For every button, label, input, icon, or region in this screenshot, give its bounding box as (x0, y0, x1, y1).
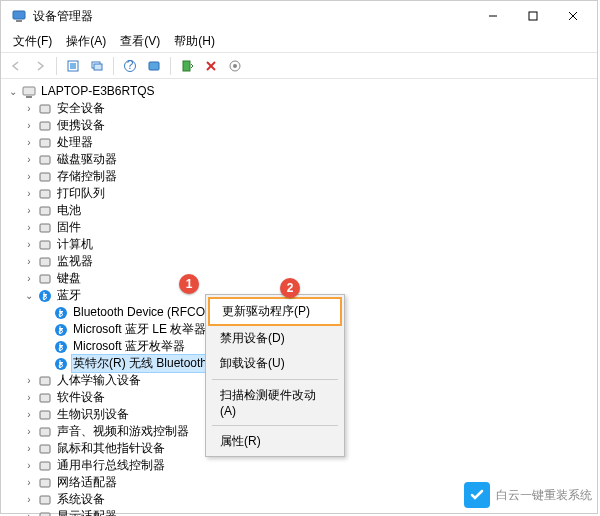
svg-rect-22 (40, 139, 50, 147)
collapse-icon[interactable]: ⌄ (23, 287, 35, 304)
menu-disable-device[interactable]: 禁用设备(D) (208, 326, 342, 351)
expand-icon[interactable]: › (23, 508, 35, 516)
device-icon (37, 237, 53, 253)
svg-rect-30 (40, 275, 50, 283)
tree-category[interactable]: ›键盘 (5, 270, 597, 287)
menu-action[interactable]: 操作(A) (60, 31, 112, 52)
svg-rect-18 (23, 87, 35, 95)
menu-uninstall-device[interactable]: 卸载设备(U) (208, 351, 342, 376)
tree-category[interactable]: ›通用串行总线控制器 (5, 457, 597, 474)
tree-category[interactable]: ›打印队列 (5, 185, 597, 202)
toolbar-btn[interactable] (62, 55, 84, 77)
tree-category[interactable]: ›计算机 (5, 236, 597, 253)
svg-rect-36 (40, 377, 50, 385)
device-icon (37, 118, 53, 134)
bluetooth-icon (53, 356, 69, 372)
expand-icon[interactable]: › (23, 474, 35, 491)
expand-icon[interactable]: › (23, 168, 35, 185)
svg-rect-29 (40, 258, 50, 266)
svg-rect-26 (40, 207, 50, 215)
svg-rect-0 (13, 11, 25, 19)
menu-view[interactable]: 查看(V) (114, 31, 166, 52)
menu-file[interactable]: 文件(F) (7, 31, 58, 52)
expand-icon[interactable]: › (23, 134, 35, 151)
device-icon (37, 101, 53, 117)
svg-rect-40 (40, 445, 50, 453)
device-icon (37, 390, 53, 406)
expand-icon[interactable]: › (23, 219, 35, 236)
annotation-badge-1: 1 (179, 274, 199, 294)
tree-category[interactable]: ›电池 (5, 202, 597, 219)
separator (113, 57, 114, 75)
tree-category[interactable]: ›存储控制器 (5, 168, 597, 185)
expand-icon[interactable]: › (23, 253, 35, 270)
device-icon (37, 254, 53, 270)
collapse-icon[interactable]: ⌄ (7, 83, 19, 100)
device-icon (37, 492, 53, 508)
uninstall-button[interactable] (200, 55, 222, 77)
maximize-button[interactable] (513, 4, 553, 28)
device-icon (37, 186, 53, 202)
device-icon (37, 509, 53, 517)
expand-icon[interactable]: › (23, 491, 35, 508)
device-icon (37, 475, 53, 491)
device-icon (37, 373, 53, 389)
menu-update-driver[interactable]: 更新驱动程序(P) (208, 297, 342, 326)
expand-icon[interactable]: › (23, 202, 35, 219)
tree-category[interactable]: ›磁盘驱动器 (5, 151, 597, 168)
device-icon (37, 271, 53, 287)
device-icon (37, 458, 53, 474)
toolbar-btn[interactable] (86, 55, 108, 77)
toolbar: ? (1, 53, 597, 79)
close-button[interactable] (553, 4, 593, 28)
svg-rect-21 (40, 122, 50, 130)
tree-category[interactable]: ›监视器 (5, 253, 597, 270)
svg-rect-42 (40, 479, 50, 487)
window-title: 设备管理器 (33, 8, 473, 25)
toolbar-btn[interactable] (143, 55, 165, 77)
svg-rect-38 (40, 411, 50, 419)
expand-icon[interactable]: › (23, 117, 35, 134)
watermark: 白云一键重装系统 (464, 482, 592, 508)
svg-rect-43 (40, 496, 50, 504)
expand-icon[interactable]: › (23, 151, 35, 168)
expand-icon[interactable]: › (23, 406, 35, 423)
svg-rect-44 (40, 513, 50, 517)
expand-icon[interactable]: › (23, 457, 35, 474)
svg-rect-13 (183, 61, 190, 71)
expand-icon[interactable]: › (23, 270, 35, 287)
scan-button[interactable] (176, 55, 198, 77)
menu-help[interactable]: 帮助(H) (168, 31, 221, 52)
expand-icon[interactable]: › (23, 440, 35, 457)
tree-category[interactable]: ›处理器 (5, 134, 597, 151)
expand-icon[interactable]: › (23, 236, 35, 253)
device-icon (37, 441, 53, 457)
expand-icon[interactable]: › (23, 423, 35, 440)
minimize-button[interactable] (473, 4, 513, 28)
menu-separator (212, 425, 338, 426)
annotation-badge-2: 2 (280, 278, 300, 298)
computer-icon (21, 84, 37, 100)
tree-category[interactable]: ›显示适配器 (5, 508, 597, 516)
tree-category[interactable]: ›安全设备 (5, 100, 597, 117)
menu-bar: 文件(F) 操作(A) 查看(V) 帮助(H) (1, 31, 597, 53)
expand-icon[interactable]: › (23, 185, 35, 202)
separator (56, 57, 57, 75)
help-button[interactable]: ? (119, 55, 141, 77)
expand-icon[interactable]: › (23, 372, 35, 389)
tree-category[interactable]: ›固件 (5, 219, 597, 236)
tree-root[interactable]: ⌄ LAPTOP-E3B6RTQS (5, 83, 597, 100)
device-icon (37, 220, 53, 236)
svg-rect-7 (70, 63, 76, 69)
tree-category[interactable]: ›便携设备 (5, 117, 597, 134)
expand-icon[interactable]: › (23, 100, 35, 117)
toolbar-btn[interactable] (224, 55, 246, 77)
title-bar: 设备管理器 (1, 1, 597, 31)
menu-scan-hardware[interactable]: 扫描检测硬件改动(A) (208, 383, 342, 422)
bluetooth-icon (53, 339, 69, 355)
context-menu: 更新驱动程序(P) 禁用设备(D) 卸载设备(U) 扫描检测硬件改动(A) 属性… (205, 294, 345, 457)
menu-properties[interactable]: 属性(R) (208, 429, 342, 454)
device-icon (37, 169, 53, 185)
expand-icon[interactable]: › (23, 389, 35, 406)
svg-rect-25 (40, 190, 50, 198)
